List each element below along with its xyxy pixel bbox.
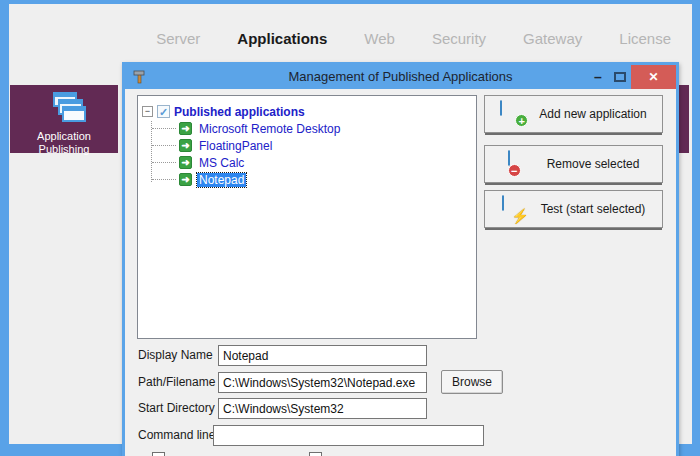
cutoff-checkbox-2[interactable] xyxy=(309,452,322,456)
tile-sliver-partial xyxy=(679,85,689,153)
applications-tree: − ✓ Published applications ➜ Microsoft R… xyxy=(142,103,472,188)
lightning-bolt-icon: ⚡ xyxy=(511,208,528,224)
tree-item-floatingpanel[interactable]: ➜ FloatingPanel xyxy=(179,137,472,154)
dialog-management-published-applications: Management of Published Applications – ✕… xyxy=(122,62,679,456)
green-arrow-icon: ➜ xyxy=(179,173,192,186)
window-remove-icon: − xyxy=(508,151,538,177)
path-filename-label: Path/Filename xyxy=(138,375,215,389)
window-controls: – ✕ xyxy=(587,65,676,89)
display-name-input[interactable] xyxy=(218,345,427,366)
close-button[interactable]: ✕ xyxy=(631,65,676,89)
maximize-icon[interactable] xyxy=(614,72,626,82)
display-name-label: Display Name xyxy=(138,348,213,362)
tab-web[interactable]: Web xyxy=(364,30,395,47)
tree-item-label: Microsoft Remote Desktop xyxy=(197,122,342,136)
tree-item-notepad[interactable]: ➜ Notepad xyxy=(179,171,472,188)
tree-connector-line xyxy=(151,121,152,182)
tree-item-label: MS Calc xyxy=(197,156,246,170)
command-line-option-input[interactable] xyxy=(213,425,484,446)
start-directory-label: Start Directory xyxy=(138,401,215,415)
green-arrow-icon: ➜ xyxy=(179,122,192,135)
add-new-application-button[interactable]: + Add new application xyxy=(484,95,663,133)
cutoff-checkbox-1[interactable] xyxy=(152,452,165,456)
published-applications-list[interactable]: − ✓ Published applications ➜ Microsoft R… xyxy=(137,95,477,339)
remove-selected-label: Remove selected xyxy=(547,157,640,171)
tab-server[interactable]: Server xyxy=(156,30,200,47)
top-nav: Server Applications Web Security Gateway… xyxy=(156,30,671,47)
tree-item-label-selected: Notepad xyxy=(197,173,246,187)
tree-root-row[interactable]: − ✓ Published applications xyxy=(142,103,472,120)
tab-applications[interactable]: Applications xyxy=(237,30,327,47)
dialog-content: − ✓ Published applications ➜ Microsoft R… xyxy=(125,89,676,456)
tile-label: Application Publishing xyxy=(24,130,104,156)
root-checkbox[interactable]: ✓ xyxy=(157,105,170,118)
window-add-icon: + xyxy=(500,101,530,127)
dialog-titlebar[interactable]: Management of Published Applications – ✕ xyxy=(125,65,676,89)
start-directory-input[interactable] xyxy=(218,398,427,419)
tree-root-label: Published applications xyxy=(174,105,305,119)
tab-security[interactable]: Security xyxy=(432,30,486,47)
tile-application-publishing[interactable]: Application Publishing xyxy=(10,85,118,153)
tree-item-microsoft-remote-desktop[interactable]: ➜ Microsoft Remote Desktop xyxy=(179,120,472,137)
app-window: Server Applications Web Security Gateway… xyxy=(0,0,700,456)
tab-license[interactable]: License xyxy=(619,30,671,47)
tree-item-ms-calc[interactable]: ➜ MS Calc xyxy=(179,154,472,171)
minimize-button[interactable]: – xyxy=(587,65,609,89)
tree-item-label: FloatingPanel xyxy=(197,139,274,153)
add-new-application-label: Add new application xyxy=(539,107,646,121)
remove-selected-button[interactable]: − Remove selected xyxy=(484,145,663,183)
green-arrow-icon: ➜ xyxy=(179,139,192,152)
browse-button[interactable]: Browse xyxy=(441,370,503,394)
green-arrow-icon: ➜ xyxy=(179,156,192,169)
test-start-selected-button[interactable]: ⚡ Test (start selected) xyxy=(484,190,663,228)
tab-gateway[interactable]: Gateway xyxy=(523,30,582,47)
test-start-selected-label: Test (start selected) xyxy=(541,202,646,216)
window-test-icon: ⚡ xyxy=(502,196,532,222)
collapse-icon[interactable]: − xyxy=(142,106,153,117)
stacked-windows-icon xyxy=(42,92,86,126)
path-filename-input[interactable] xyxy=(218,372,427,393)
